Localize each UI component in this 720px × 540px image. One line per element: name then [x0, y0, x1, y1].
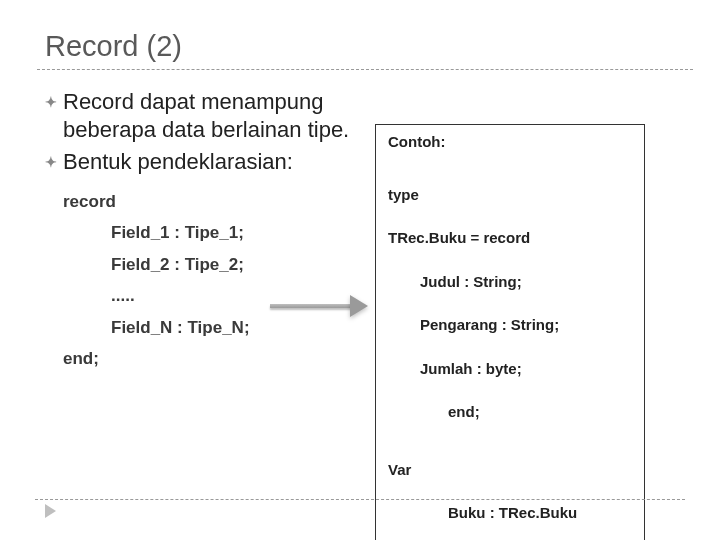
bullet-item: ✦ Bentuk pendeklarasian: [45, 148, 375, 176]
code-line: TRec.Buku = record [388, 227, 632, 249]
arrow-icon [270, 295, 370, 317]
bullet-icon: ✦ [45, 88, 63, 116]
right-column: Contoh: type TRec.Buku = record Judul : … [375, 124, 685, 540]
bullet-icon: ✦ [45, 148, 63, 176]
example-code: type TRec.Buku = record Judul : String; … [388, 162, 632, 540]
code-line: Jumlah : byte; [420, 358, 632, 380]
bottom-divider [35, 499, 685, 500]
title-divider [37, 69, 693, 70]
code-line: Buku : TRec.Buku [448, 502, 632, 524]
bullet-item: ✦ Record dapat menampung beberapa data b… [45, 88, 375, 144]
example-label: Contoh: [388, 133, 632, 150]
syntax-end-keyword: end; [63, 343, 375, 374]
code-line: Pengarang : String; [420, 314, 632, 336]
code-line: end; [448, 401, 632, 423]
code-line: Judul : String; [420, 271, 632, 293]
syntax-block: record Field_1 : Tipe_1; Field_2 : Tipe_… [63, 186, 375, 375]
bullet-text: Record dapat menampung beberapa data ber… [63, 88, 375, 144]
page-marker-icon [45, 504, 56, 518]
bullet-text: Bentuk pendeklarasian: [63, 148, 293, 176]
example-box: Contoh: type TRec.Buku = record Judul : … [375, 124, 645, 540]
syntax-record-keyword: record [63, 186, 375, 217]
syntax-line: Field_1 : Tipe_1; [111, 217, 375, 248]
content-area: ✦ Record dapat menampung beberapa data b… [45, 88, 685, 540]
slide-title: Record (2) [45, 30, 685, 63]
syntax-line: Field_2 : Tipe_2; [111, 249, 375, 280]
code-line: type [388, 184, 632, 206]
code-line: Var [388, 459, 632, 481]
